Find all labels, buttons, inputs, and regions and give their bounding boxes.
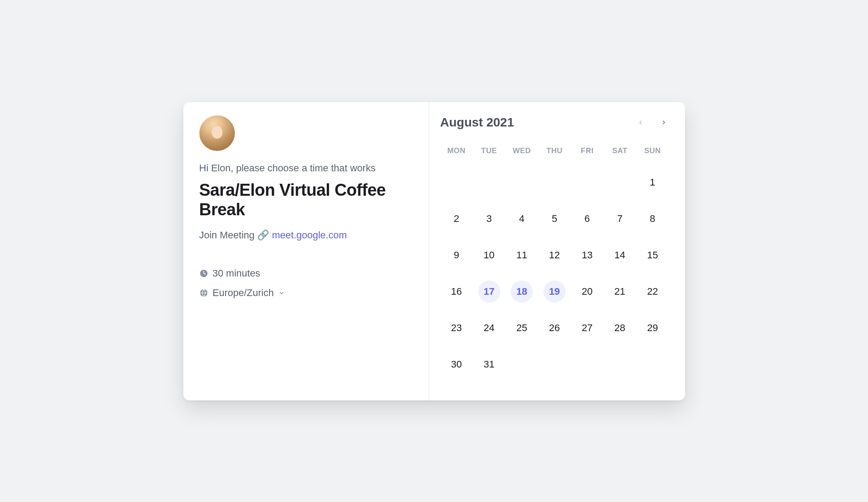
calendar-day-16[interactable]: 16 <box>445 281 468 303</box>
calendar-day-cell <box>538 164 571 201</box>
chevron-down-icon <box>278 290 285 296</box>
greeting-text: Hi Elon, please choose a time that works <box>199 162 413 174</box>
calendar-day-cell <box>440 164 473 201</box>
calendar-day-cell: 14 <box>603 237 636 273</box>
calendar-day-11[interactable]: 11 <box>511 244 533 266</box>
calendar-day-cell: 10 <box>473 237 506 273</box>
calendar-day-cell: 19 <box>538 273 571 310</box>
join-label: Join Meeting <box>199 229 255 241</box>
calendar-day-31[interactable]: 31 <box>478 353 500 376</box>
calendar-day-cell: 21 <box>603 273 636 310</box>
calendar-day-6[interactable]: 6 <box>576 208 598 230</box>
calendar-day-28[interactable]: 28 <box>609 317 631 339</box>
calendar-day-cell: 9 <box>440 237 473 273</box>
calendar-header: August 2021 <box>440 115 669 130</box>
calendar-day-27[interactable]: 27 <box>576 317 598 339</box>
calendar-day-cell: 6 <box>571 201 604 237</box>
timezone-text: Europe/Zurich <box>213 287 274 299</box>
calendar-day-cell: 31 <box>473 346 506 383</box>
calendar-day-8[interactable]: 8 <box>642 208 664 230</box>
calendar-day-10[interactable]: 10 <box>478 244 500 266</box>
calendar-day-19[interactable]: 19 <box>543 281 566 303</box>
calendar-day-25[interactable]: 25 <box>511 317 533 339</box>
calendar-day-cell: 2 <box>440 201 473 237</box>
calendar-day-cell <box>538 346 571 383</box>
calendar-week: 9101112131415 <box>440 237 669 273</box>
calendar-day-cell: 30 <box>440 346 473 383</box>
calendar-dow: TUE <box>473 142 506 160</box>
prev-month-button[interactable] <box>635 117 646 128</box>
calendar-day-cell: 3 <box>473 201 506 237</box>
calendar-month-label: August 2021 <box>440 115 514 130</box>
calendar-day-22[interactable]: 22 <box>642 281 664 303</box>
calendar-day-cell: 12 <box>538 237 571 273</box>
calendar-day-20[interactable]: 20 <box>576 281 598 303</box>
calendar-day-14[interactable]: 14 <box>609 244 631 266</box>
calendar-day-1[interactable]: 1 <box>642 171 664 194</box>
duration-row: 30 minutes <box>199 268 413 279</box>
calendar-day-cell: 17 <box>473 273 506 310</box>
calendar-day-cell: 7 <box>603 201 636 237</box>
calendar-day-13[interactable]: 13 <box>576 244 598 266</box>
chevron-left-icon <box>637 119 644 126</box>
clock-icon <box>199 269 208 278</box>
calendar-day-3[interactable]: 3 <box>478 208 500 230</box>
calendar-day-cell <box>603 346 636 383</box>
calendar-dow: MON <box>440 142 473 160</box>
calendar-day-17[interactable]: 17 <box>478 281 500 303</box>
calendar-day-cell: 29 <box>636 310 669 346</box>
calendar-grid: 1234567891011121314151617181920212223242… <box>440 164 669 383</box>
calendar-day-29[interactable]: 29 <box>642 317 664 339</box>
calendar-day-cell <box>505 164 538 201</box>
calendar-day-15[interactable]: 15 <box>642 244 664 266</box>
calendar-day-cell: 24 <box>473 310 506 346</box>
calendar-day-9[interactable]: 9 <box>445 244 468 266</box>
calendar-day-cell: 4 <box>505 201 538 237</box>
calendar-day-18[interactable]: 18 <box>511 281 533 303</box>
calendar-day-12[interactable]: 12 <box>543 244 566 266</box>
calendar-day-cell: 23 <box>440 310 473 346</box>
calendar-day-cell <box>571 164 604 201</box>
calendar-day-cell: 13 <box>571 237 604 273</box>
calendar-day-cell: 11 <box>505 237 538 273</box>
calendar-week: 2345678 <box>440 201 669 237</box>
calendar-day-cell: 28 <box>603 310 636 346</box>
calendar-dow: SUN <box>636 142 669 160</box>
calendar-day-23[interactable]: 23 <box>445 317 468 339</box>
globe-icon <box>199 289 208 297</box>
calendar-dow: FRI <box>571 142 604 160</box>
calendar-day-cell: 15 <box>636 237 669 273</box>
calendar-day-cell <box>636 346 669 383</box>
calendar-nav <box>635 117 669 128</box>
calendar-day-30[interactable]: 30 <box>445 353 468 376</box>
calendar-day-26[interactable]: 26 <box>543 317 566 339</box>
calendar-day-21[interactable]: 21 <box>609 281 631 303</box>
timezone-selector[interactable]: Europe/Zurich <box>199 287 413 299</box>
calendar-week: 16171819202122 <box>440 273 669 310</box>
next-month-button[interactable] <box>658 117 669 128</box>
calendar-day-2[interactable]: 2 <box>445 208 468 230</box>
calendar-week: 1 <box>440 164 669 201</box>
calendar-day-cell <box>603 164 636 201</box>
calendar-day-4[interactable]: 4 <box>511 208 533 230</box>
calendar-panel: August 2021 MONTUEWEDTHUFRISATSUN 123456… <box>429 102 685 400</box>
calendar-week: 23242526272829 <box>440 310 669 346</box>
calendar-day-5[interactable]: 5 <box>543 208 566 230</box>
calendar-dow: WED <box>505 142 538 160</box>
calendar-day-7[interactable]: 7 <box>609 208 631 230</box>
calendar-dow-row: MONTUEWEDTHUFRISATSUN <box>440 142 669 160</box>
meeting-title: Sara/Elon Virtual Coffee Break <box>199 180 413 220</box>
calendar-day-cell: 20 <box>571 273 604 310</box>
calendar-day-24[interactable]: 24 <box>478 317 500 339</box>
calendar-day-cell <box>473 164 506 201</box>
calendar-day-cell: 25 <box>505 310 538 346</box>
meeting-link[interactable]: meet.google.com <box>272 229 347 241</box>
join-meeting-row: Join Meeting 🔗 meet.google.com <box>199 229 413 241</box>
calendar-day-cell: 22 <box>636 273 669 310</box>
chevron-right-icon <box>660 119 667 126</box>
calendar-dow: SAT <box>603 142 636 160</box>
calendar-day-cell: 16 <box>440 273 473 310</box>
booking-card: Hi Elon, please choose a time that works… <box>183 102 685 400</box>
calendar-day-cell <box>505 346 538 383</box>
duration-text: 30 minutes <box>213 268 261 279</box>
